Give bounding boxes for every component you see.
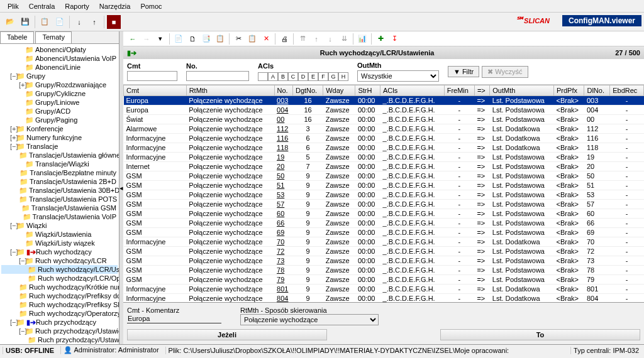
- table-row[interactable]: InformacyjnePołączenie wychodzące709Zaws…: [124, 237, 644, 247]
- tree-item[interactable]: 📁Ruch wychodzący/Krótkie numery: [1, 283, 118, 291]
- tb-btn-6[interactable]: ↑: [87, 15, 101, 29]
- rtb-back[interactable]: ←: [126, 33, 139, 45]
- table-row[interactable]: InformacyjnePołączenie wychodzące1166Zaw…: [124, 134, 644, 143]
- col-header[interactable]: Cmt: [124, 85, 187, 96]
- col-header[interactable]: Wday: [323, 85, 355, 96]
- tb-btn-5[interactable]: ↓: [72, 15, 86, 29]
- table-row[interactable]: EuropaPołączenie wychodzące00416Zawsze00…: [124, 106, 644, 115]
- tree-item[interactable]: 📁Grupy/ACD: [1, 107, 118, 116]
- col-header[interactable]: PrdPfx: [553, 85, 584, 96]
- tree-item[interactable]: 📁Ruch wychodzący/Operatorzy: [1, 309, 118, 318]
- tree-item[interactable]: 📁Translacje/Ustawienia VoIP: [1, 212, 118, 221]
- col-header[interactable]: EbdRec: [610, 85, 644, 96]
- col-header[interactable]: StrH: [355, 85, 380, 96]
- table-row[interactable]: GSMPołączenie wychodzące729Zawsze00:00_.…: [124, 247, 644, 256]
- table-row[interactable]: InformacyjnePołączenie wychodzące8019Zaw…: [124, 285, 644, 294]
- table-row[interactable]: GSMPołączenie wychodzące509Zawsze00:00_.…: [124, 171, 644, 181]
- tree-item[interactable]: 📁Grupy/Paging: [1, 116, 118, 124]
- filter-acls-boxes[interactable]: ABCDEFGH: [258, 72, 348, 81]
- tb-btn-2[interactable]: 💾: [18, 15, 32, 29]
- tree-item[interactable]: 📁Translacje/Wiązki: [1, 160, 118, 168]
- tree-item[interactable]: 📁Translacje/Ustawienia 30B+D: [1, 186, 118, 195]
- tree-item[interactable]: 📁Translacje/Ustawienia GSM: [1, 203, 118, 212]
- table-row[interactable]: GSMPołączenie wychodzące579Zawsze00:00_.…: [124, 200, 644, 209]
- tree-item[interactable]: 📁Translacje/Ustawienia główne: [1, 151, 118, 160]
- table-row[interactable]: GSMPołączenie wychodzące739Zawsze00:00_.…: [124, 256, 644, 266]
- tree-item[interactable]: 📁Translacje/Ustawienia 2B+D: [1, 177, 118, 186]
- menu-raporty[interactable]: Raporty: [60, 1, 94, 11]
- tab-tematy[interactable]: Tematy: [35, 31, 71, 43]
- tree-item[interactable]: 📁Abonenci/Opłaty: [1, 45, 118, 54]
- tree-item[interactable]: 📁Ruch wychodzący/Prefiksy dozwc: [1, 291, 118, 300]
- table-row[interactable]: ŚwiatPołączenie wychodzące0016Zawsze00:0…: [124, 115, 644, 124]
- tree-item[interactable]: 📁Translacje/Bezpłatne minuty: [1, 168, 118, 177]
- tree-item[interactable]: 📁Grupy/Liniowe: [1, 98, 118, 107]
- table-row[interactable]: InformacyjnePołączenie wychodzące195Zaws…: [124, 153, 644, 162]
- table-row[interactable]: GSMPołączenie wychodzące609Zawsze00:00_.…: [124, 209, 644, 219]
- menu-narzędzia[interactable]: Narzędzia: [94, 1, 136, 11]
- cut-icon[interactable]: ✂: [232, 33, 245, 45]
- print-icon[interactable]: 🖨: [278, 33, 291, 45]
- detail-rt-select[interactable]: Połączenie wychodzące: [240, 314, 379, 325]
- tree-item[interactable]: 📁Abonenci/Ustawienia VoIP: [1, 54, 118, 63]
- data-grid[interactable]: CmtRtMthNo.DgtNo.WdayStrHAClsFreMin=>Out…: [123, 85, 644, 302]
- table-row[interactable]: GSMPołączenie wychodzące799Zawsze00:00_.…: [124, 275, 644, 285]
- filter-cmt-input[interactable]: [127, 71, 177, 81]
- col-header[interactable]: FreMin: [444, 85, 474, 96]
- tree-item[interactable]: [−]📁Translacje: [1, 142, 118, 151]
- detail-tab-jezeli[interactable]: Jeżeli: [127, 329, 327, 340]
- tree-item[interactable]: 📁Grupy/Cykliczne: [1, 89, 118, 98]
- col-header[interactable]: =>: [474, 85, 489, 96]
- tree-item[interactable]: 📁Ruch przychodzący/Ustawien: [1, 335, 118, 344]
- tree-item[interactable]: 📁Abonenci/Linie: [1, 63, 118, 72]
- col-header[interactable]: No.: [274, 85, 292, 96]
- table-row[interactable]: InformacyjnePołączenie wychodzące8049Zaw…: [124, 294, 644, 303]
- table-row[interactable]: GSMPołączenie wychodzące669Zawsze00:00_.…: [124, 219, 644, 228]
- filter-button[interactable]: ▼ Filtr: [448, 66, 479, 77]
- table-row[interactable]: GSMPołączenie wychodzące789Zawsze00:00_.…: [124, 266, 644, 275]
- rtb-fwd[interactable]: →: [140, 33, 153, 45]
- rtb-new[interactable]: 📄: [172, 33, 185, 45]
- tree-item[interactable]: 📁Wiązki/Listy wiązek: [1, 239, 118, 247]
- tree[interactable]: 📁Abonenci/Opłaty📁Abonenci/Ustawienia VoI…: [0, 44, 119, 344]
- menu-plik[interactable]: Plik: [3, 1, 24, 11]
- detail-tab-to[interactable]: To: [440, 329, 640, 340]
- table-row[interactable]: AlarmowePołączenie wychodzące1123Zawsze0…: [124, 124, 644, 134]
- menu-pomoc[interactable]: Pomoc: [135, 1, 167, 11]
- filter-no-input[interactable]: [186, 71, 249, 81]
- table-row[interactable]: GSMPołączenie wychodzące539Zawsze00:00_.…: [124, 190, 644, 200]
- table-row[interactable]: InformacyjnePołączenie wychodzące1186Zaw…: [124, 143, 644, 153]
- tb-btn-4[interactable]: 📄: [53, 15, 67, 29]
- tree-item[interactable]: 📁Wiązki/Ustawienia: [1, 230, 118, 239]
- tree-item[interactable]: [−]📁▮➔ Ruch wychodzący: [1, 247, 118, 256]
- tree-item[interactable]: [+]📁Konferencje: [1, 124, 118, 133]
- detail-cmt-input[interactable]: [127, 314, 221, 323]
- tree-item[interactable]: [−]📁Grupy: [1, 72, 118, 80]
- tree-item[interactable]: [−]📁Ruch wychodzący/LCR: [1, 256, 118, 265]
- tree-item[interactable]: 📁Ruch wychodzący/LCR/Ustaw: [1, 265, 118, 274]
- filter-outmth-select[interactable]: Wszystkie: [357, 70, 439, 82]
- tree-item[interactable]: [+]📁Numery funkcyjne: [1, 133, 118, 142]
- col-header[interactable]: OutMth: [490, 85, 554, 96]
- tree-item[interactable]: 📁Ruch wychodzący/LCR/Opła: [1, 274, 118, 283]
- tree-item[interactable]: [−]📁Wiązki: [1, 221, 118, 230]
- tb-btn-stop[interactable]: ■: [107, 15, 121, 29]
- tab-tabele[interactable]: Tabele: [0, 31, 34, 43]
- tree-item[interactable]: [−]📁▮➔ Ruch przychodzący: [1, 318, 118, 327]
- tree-item[interactable]: [+]📁Grupy/Rozdzwaniające: [1, 80, 118, 89]
- tb-btn-1[interactable]: 📂: [3, 15, 17, 29]
- clear-button[interactable]: ✖ Wyczyść: [482, 66, 528, 78]
- table-row[interactable]: InternetPołączenie wychodzące207Zawsze00…: [124, 162, 644, 171]
- menu-centrala[interactable]: Centrala: [24, 1, 60, 11]
- delete-icon[interactable]: ✕: [260, 33, 272, 45]
- table-row[interactable]: EuropaPołączenie wychodzące00316Zawsze00…: [124, 96, 644, 106]
- col-header[interactable]: DlNo.: [584, 85, 610, 96]
- tree-item[interactable]: 📁Ruch wychodzący/Prefiksy SMS: [1, 300, 118, 309]
- tb-btn-3[interactable]: 📋: [38, 15, 52, 29]
- col-header[interactable]: ACls: [380, 85, 445, 96]
- table-row[interactable]: GSMPołączenie wychodzące519Zawsze00:00_.…: [124, 181, 644, 190]
- tree-item[interactable]: [−]📁Ruch przychodzący/Ustawienia: [1, 327, 118, 335]
- col-header[interactable]: RtMth: [186, 85, 274, 96]
- col-header[interactable]: DgtNo.: [292, 85, 323, 96]
- table-row[interactable]: GSMPołączenie wychodzące699Zawsze00:00_.…: [124, 228, 644, 237]
